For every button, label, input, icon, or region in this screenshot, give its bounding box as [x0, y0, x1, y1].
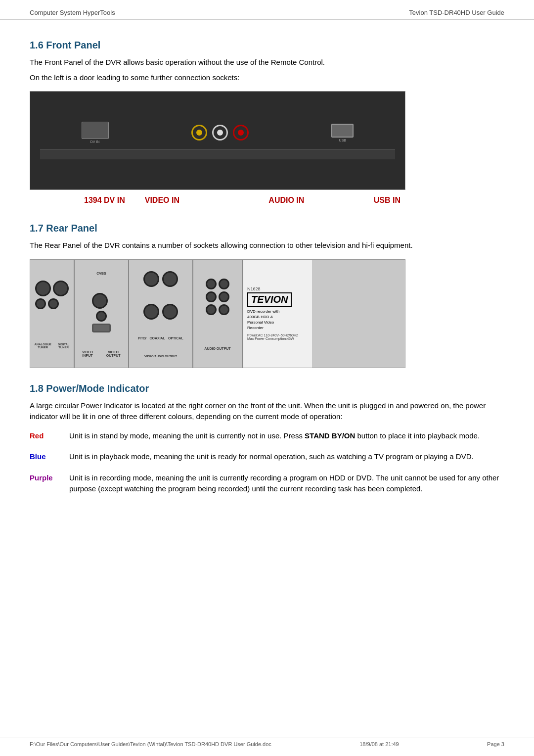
footer-page: Page 3 — [487, 741, 504, 747]
fp-usb-area: USB — [331, 124, 354, 142]
rp-digital-label: DIGITALTUNER — [58, 343, 70, 349]
rp-c — [219, 291, 229, 302]
fp-dv-port: DV IN — [82, 122, 109, 143]
rp-seg-component: Pr/Cr COAXIAL OPTICAL VIDEO/AUDIO OUTPUT — [129, 260, 193, 368]
indicator-desc-red: Unit is in stand by mode, meaning the un… — [69, 430, 504, 442]
tevion-logo: TEVION — [247, 292, 292, 307]
rp-analogue-label: ANALOGUETUNER — [35, 343, 51, 349]
rp-tuner-top — [35, 281, 69, 296]
rp-tuner-labels: ANALOGUETUNER DIGITALTUNER — [32, 343, 72, 349]
rp-cvbs-connectors — [92, 293, 111, 332]
fp-bottom-strip — [40, 149, 395, 159]
tevion-description: DVD recorder with400GB HDD &Personal Vid… — [247, 309, 279, 331]
rp-optical — [162, 304, 178, 320]
front-panel-heading: 1.6 Front Panel — [30, 40, 504, 51]
rp-cvbs-top — [92, 293, 108, 309]
indicator-label-purple: Purple — [30, 472, 69, 482]
rp-analogue-in — [35, 281, 51, 296]
rp-seg-surround: AUDIO OUTPUT — [193, 260, 243, 368]
rp-coaxial-label: COAXIAL — [149, 336, 165, 340]
front-panel-labels-row: 1394 DV IN VIDEO IN AUDIO IN USB IN — [30, 194, 405, 211]
rp-seg-tuner: ANALOGUETUNER DIGITALTUNER — [30, 260, 75, 368]
rp-pb-cb — [143, 271, 159, 287]
rp-digital-in — [53, 281, 69, 296]
rp-digital-out — [48, 298, 59, 309]
rp-optical-label: OPTICAL — [168, 336, 183, 340]
header-left: Computer System HyperTools — [30, 9, 115, 16]
power-mode-heading: 1.8 Power/Mode Indicator — [30, 383, 504, 394]
page-header: Computer System HyperTools Tevion TSD-DR… — [0, 0, 534, 20]
indicator-desc-blue: Unit is in playback mode, meaning the un… — [69, 451, 504, 463]
rear-panel-heading: 1.7 Rear Panel — [30, 223, 504, 234]
rp-component-labels: Pr/Cr COAXIAL OPTICAL — [138, 336, 183, 340]
indicator-row-red: Red Unit is in stand by mode, meaning th… — [30, 430, 504, 442]
rp-tuner-connectors — [35, 281, 69, 309]
rp-component-bottom — [143, 304, 178, 320]
front-panel-image: DV IN — [30, 91, 405, 190]
indicator-label-red: Red — [30, 430, 69, 440]
power-mode-para1: A large circular Power Indicator is loca… — [30, 400, 504, 423]
indicator-desc-purple: Unit is in recording mode, meaning the u… — [69, 472, 504, 495]
indicator-row-purple: Purple Unit is in recording mode, meanin… — [30, 472, 504, 495]
rca-red — [233, 125, 249, 141]
label-usb-in: USB IN — [374, 196, 400, 205]
rp-svideo — [92, 324, 111, 332]
tevion-power-info: Power:AC 110-240V~50Hz/60HzMax Power Con… — [247, 333, 298, 340]
front-panel-para2: On the left is a door leading to some fu… — [30, 72, 504, 84]
section-front-panel: 1.6 Front Panel The Front Panel of the D… — [30, 40, 504, 211]
rp-tuner-bottom — [35, 298, 69, 309]
page-content: 1.6 Front Panel The Front Panel of the D… — [0, 20, 534, 534]
rp-sr — [206, 304, 217, 315]
label-video-in: VIDEO IN — [145, 196, 179, 205]
rp-video-output-label: VIDEO OUTPUT — [100, 350, 126, 357]
fp-connectors-row: DV IN — [40, 122, 395, 143]
rear-panel-para1: The Rear Panel of the DVR contains a num… — [30, 240, 504, 251]
label-audio-in: AUDIO IN — [199, 196, 374, 205]
rp-component-top — [143, 271, 178, 287]
rp-video-input-labels: VIDEO INPUT VIDEO OUTPUT — [77, 350, 126, 357]
rp-videoaudio-label: VIDEO/AUDIO OUTPUT — [144, 355, 177, 358]
rear-panel-mock: ANALOGUETUNER DIGITALTUNER CVBS VIDEO IN… — [30, 260, 405, 368]
front-panel-mock: DV IN — [30, 92, 405, 189]
rp-fl — [219, 279, 229, 289]
rp-seg-video-input: CVBS VIDEO INPUT VIDEO OUTPUT — [75, 260, 129, 368]
rp-audio-output-label: AUDIO OUTPUT — [204, 347, 230, 350]
rp-coaxial — [162, 271, 178, 287]
rp-video-input-label: VIDEO INPUT — [77, 350, 98, 357]
rca-white — [212, 125, 228, 141]
rp-cvbs-small — [96, 311, 107, 322]
rp-sw — [206, 291, 217, 302]
rp-prcr-label: Pr/Cr — [138, 336, 146, 340]
indicator-row-blue: Blue Unit is in playback mode, meaning t… — [30, 451, 504, 463]
rp-sl — [219, 304, 229, 315]
label-dv-in: 1394 DV IN — [84, 196, 125, 205]
rp-cvbs-label: CVBS — [96, 272, 106, 275]
rca-yellow — [191, 125, 207, 141]
section-power-mode: 1.8 Power/Mode Indicator A large circula… — [30, 383, 504, 495]
footer-path: F:\Our Files\Our Computers\User Guides\T… — [30, 741, 271, 747]
indicator-table: Red Unit is in stand by mode, meaning th… — [30, 430, 504, 495]
section-rear-panel: 1.7 Rear Panel The Rear Panel of the DVR… — [30, 223, 504, 368]
rp-analogue-out — [35, 298, 46, 309]
tevion-logo-row: TEVION — [247, 292, 292, 307]
header-right: Tevion TSD-DR40HD User Guide — [409, 9, 504, 16]
footer-date: 18/9/08 at 21:49 — [359, 741, 399, 747]
rp-surround-grid — [206, 279, 229, 315]
tevion-model: N1628 — [247, 286, 261, 291]
page-footer: F:\Our Files\Our Computers\User Guides\T… — [0, 738, 534, 750]
fp-usb-port — [331, 124, 354, 138]
fp-rca-connectors — [191, 125, 249, 141]
rp-tevion-brand: N1628 TEVION DVD recorder with400GB HDD … — [243, 260, 312, 368]
rp-fr — [206, 279, 217, 289]
front-panel-para1: The Front Panel of the DVR allows basic … — [30, 57, 504, 68]
indicator-label-blue: Blue — [30, 451, 69, 461]
rp-pr-cr — [143, 304, 159, 320]
rear-panel-image: ANALOGUETUNER DIGITALTUNER CVBS VIDEO IN… — [30, 259, 405, 368]
